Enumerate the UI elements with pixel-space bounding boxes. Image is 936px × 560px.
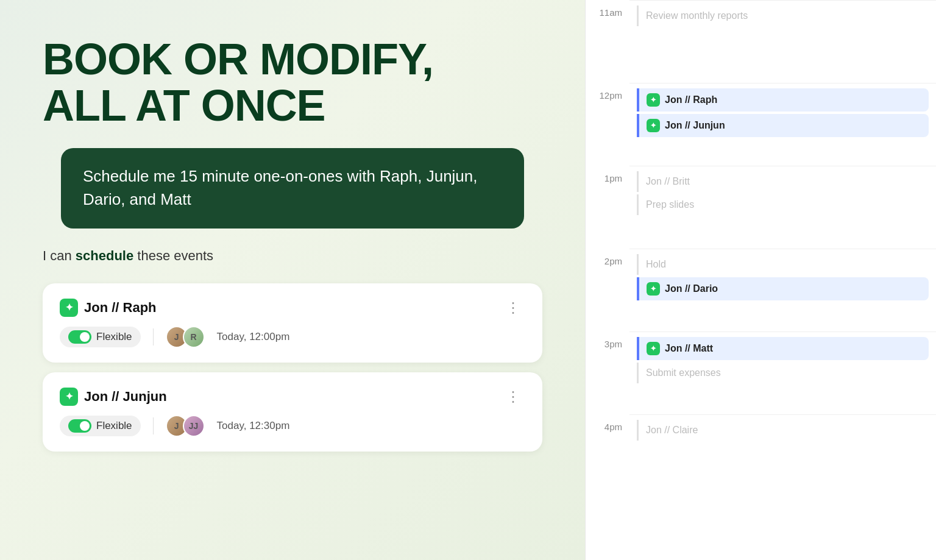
chat-message-text: Schedule me 15 minute one-on-ones with R… <box>83 167 478 208</box>
calendar-grid: 11am Review monthly reports 12pm ✦ Jon /… <box>586 0 936 560</box>
cal-event-title-jon-matt: Jon // Matt <box>665 343 713 354</box>
event-title: ✦ Jon // Raph <box>60 299 157 317</box>
divider-2 <box>153 417 154 434</box>
time-events-12pm: ✦ Jon // Raph ✦ Jon // Junjun <box>629 83 936 166</box>
avatar-junjun: JJ <box>183 415 205 437</box>
time-row-2pm: 2pm Hold ✦ Jon // Dario <box>586 249 936 331</box>
cal-event-title: Review monthly reports <box>646 10 748 21</box>
cal-event-title-jon-dario: Jon // Dario <box>665 283 718 294</box>
toggle-switch-2 <box>68 419 91 433</box>
chat-bubble: Schedule me 15 minute one-on-ones with R… <box>61 148 524 228</box>
cal-event-jon-dario[interactable]: ✦ Jon // Dario <box>637 277 929 300</box>
response-bold: schedule <box>76 248 133 263</box>
sparkle-icon-cal-4: ✦ <box>647 342 660 355</box>
toggle-switch <box>68 330 91 344</box>
time-label-11am: 11am <box>586 0 629 83</box>
event-card-footer: Flexible J R Today, 12:00pm <box>60 326 525 348</box>
cal-event-jon-matt[interactable]: ✦ Jon // Matt <box>637 337 929 360</box>
event-title-2: ✦ Jon // Junjun <box>60 388 167 406</box>
event-card-jon-junjun: ✦ Jon // Junjun ⋮ Flexible J JJ Today, 1… <box>43 372 542 452</box>
event-card-jon-raph: ✦ Jon // Raph ⋮ Flexible J R Today, 12:0… <box>43 283 542 363</box>
response-text: I can schedule these events <box>43 248 542 264</box>
cal-event-title-prep-slides: Prep slides <box>646 199 694 210</box>
cal-event-jon-claire: Jon // Claire <box>637 420 929 441</box>
time-label-1pm: 1pm <box>586 166 629 249</box>
time-events-11am: Review monthly reports <box>629 0 936 83</box>
time-events-1pm: Jon // Britt Prep slides <box>629 166 936 249</box>
event-card-header-2: ✦ Jon // Junjun ⋮ <box>60 387 525 406</box>
sparkle-icon-2: ✦ <box>60 388 78 406</box>
headline: BOOK OR MODIFY,ALL AT ONCE <box>43 37 542 129</box>
time-events-3pm: ✦ Jon // Matt Submit expenses <box>629 331 936 414</box>
flexible-label: Flexible <box>96 331 132 343</box>
avatars: J R <box>166 326 205 348</box>
cal-event-title-jon-raph: Jon // Raph <box>665 94 717 105</box>
time-label-12pm: 12pm <box>586 83 629 166</box>
left-panel: BOOK OR MODIFY,ALL AT ONCE Schedule me 1… <box>0 0 585 560</box>
cal-event-title-submit-expenses: Submit expenses <box>646 367 721 378</box>
response-prefix: I can <box>43 248 76 263</box>
sparkle-icon-cal-1: ✦ <box>647 93 660 107</box>
time-row-1pm: 1pm Jon // Britt Prep slides <box>586 166 936 249</box>
avatar-raph: R <box>183 326 205 348</box>
sparkle-icon-cal-3: ✦ <box>647 282 660 296</box>
time-label-4pm: 4pm <box>586 414 629 497</box>
time-label-3pm: 3pm <box>586 331 629 414</box>
cal-event-title-jon-britt: Jon // Britt <box>646 176 690 187</box>
event-card-header: ✦ Jon // Raph ⋮ <box>60 298 525 317</box>
event-name-2: Jon // Junjun <box>84 389 167 405</box>
time-row-3pm: 3pm ✦ Jon // Matt Submit expenses <box>586 331 936 414</box>
time-events-2pm: Hold ✦ Jon // Dario <box>629 249 936 331</box>
avatars-2: J JJ <box>166 415 205 437</box>
flexible-toggle[interactable]: Flexible <box>60 327 141 347</box>
cal-event-title-jon-claire: Jon // Claire <box>646 425 698 436</box>
time-events-4pm: Jon // Claire <box>629 414 936 497</box>
cal-event-jon-britt: Jon // Britt <box>637 171 929 192</box>
sparkle-icon: ✦ <box>60 299 78 317</box>
sparkle-icon-cal-2: ✦ <box>647 119 660 132</box>
cal-event-jon-junjun[interactable]: ✦ Jon // Junjun <box>637 114 929 137</box>
time-row-12pm: 12pm ✦ Jon // Raph ✦ Jon // Junjun <box>586 83 936 166</box>
flexible-label-2: Flexible <box>96 420 132 432</box>
cal-event-jon-raph[interactable]: ✦ Jon // Raph <box>637 88 929 112</box>
time-row-11am: 11am Review monthly reports <box>586 0 936 83</box>
divider <box>153 328 154 346</box>
event-name: Jon // Raph <box>84 300 157 316</box>
event-menu-button[interactable]: ⋮ <box>501 298 525 317</box>
cal-event-title-hold: Hold <box>646 259 666 270</box>
time-row-4pm: 4pm Jon // Claire <box>586 414 936 497</box>
cal-event-hold: Hold <box>637 254 929 275</box>
cal-event-review-monthly: Review monthly reports <box>637 5 929 26</box>
event-time-2: Today, 12:30pm <box>217 420 290 432</box>
flexible-toggle-2[interactable]: Flexible <box>60 416 141 436</box>
cal-event-prep-slides: Prep slides <box>637 194 929 215</box>
cal-event-title-jon-junjun: Jon // Junjun <box>665 120 725 131</box>
event-time: Today, 12:00pm <box>217 331 290 343</box>
right-panel: 11am Review monthly reports 12pm ✦ Jon /… <box>585 0 936 560</box>
event-menu-button-2[interactable]: ⋮ <box>501 387 525 406</box>
events-list: ✦ Jon // Raph ⋮ Flexible J R Today, 12:0… <box>43 283 542 452</box>
time-label-2pm: 2pm <box>586 249 629 331</box>
event-card-footer-2: Flexible J JJ Today, 12:30pm <box>60 415 525 437</box>
response-suffix: these events <box>133 248 213 263</box>
cal-event-submit-expenses: Submit expenses <box>637 363 929 383</box>
